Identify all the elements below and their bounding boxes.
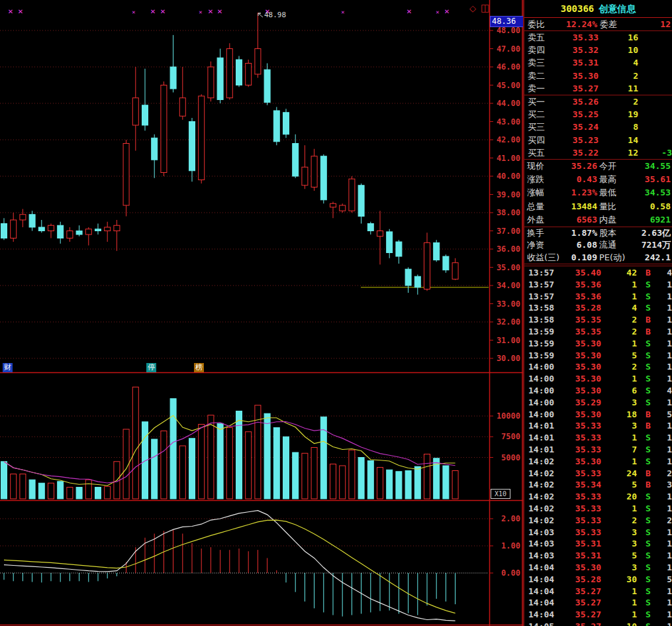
bid-row[interactable]: 买三35.248: [524, 121, 672, 133]
tick-time: 14:00: [528, 385, 554, 397]
tick-volume: 1: [604, 609, 637, 621]
tick-volume: 1: [604, 586, 637, 598]
ask-row[interactable]: 卖一35.2711: [524, 82, 672, 95]
tick-price: 35.36: [557, 291, 601, 303]
tick-time: 14:04: [528, 574, 554, 586]
tick-side: S: [643, 444, 653, 456]
tick-count: 1: [655, 503, 672, 515]
ask-row[interactable]: 卖四35.3210: [524, 44, 672, 56]
tick-row: 13:5735.361S1: [524, 291, 672, 303]
tick-side: S: [643, 609, 653, 621]
bid-levels: 买一35.262买二35.2519买三35.248买四35.2314买五35.2…: [524, 95, 672, 159]
price-axis-label: 48.00: [497, 26, 520, 35]
diamond-icon[interactable]: ◇: [469, 4, 476, 13]
tick-row: 14:0435.271S1: [524, 586, 672, 598]
candle: [161, 85, 167, 173]
tick-row: 13:5935.352B1: [524, 326, 672, 338]
bid-volume: 2: [599, 95, 638, 108]
bid-volume: 8: [599, 121, 638, 133]
ask-row[interactable]: 卖二35.302: [524, 70, 672, 82]
tick-count: 1: [655, 338, 672, 350]
metric-row: 涨跌0.43最高35.61: [524, 173, 672, 186]
tick-count: 1: [655, 527, 672, 539]
tick-side: S: [643, 562, 653, 574]
time-sales-list: 13:5735.4042B413:5735.361S113:5735.361S1…: [524, 267, 672, 626]
tick-time: 14:00: [528, 409, 554, 421]
stock-code: 300366: [561, 3, 595, 14]
volume-bar: [208, 415, 214, 499]
tick-time: 14:01: [528, 420, 554, 432]
tick-row: 14:0235.301S1: [524, 456, 672, 468]
metric-label: 最低: [599, 186, 616, 199]
bid-row[interactable]: 买二35.2519: [524, 108, 672, 121]
ask-price: 35.30: [551, 70, 599, 82]
tick-price: 35.35: [557, 326, 601, 338]
tick-row: 13:5835.352B1: [524, 314, 672, 326]
tick-time: 13:58: [528, 302, 554, 314]
metric-label: 净资: [527, 239, 544, 251]
metric-value: 6.08: [551, 239, 597, 251]
price-axis-label: 46.00: [497, 62, 520, 72]
tick-count: 1: [655, 350, 672, 362]
tick-side: S: [643, 621, 653, 626]
split-window-icon[interactable]: ◫: [481, 3, 490, 13]
tick-row: 14:0335.333S1: [524, 527, 672, 539]
tick-row: 14:0335.315S1: [524, 550, 672, 562]
volume-multiplier-label: X10: [491, 489, 510, 499]
ask-row[interactable]: 卖五35.3316: [524, 31, 672, 44]
tick-row: 14:0035.306S4: [524, 385, 672, 397]
metric-value: 242.1: [621, 252, 671, 264]
bid-row[interactable]: 买一35.262: [524, 95, 672, 108]
bid-row[interactable]: 买五35.2212-3: [524, 146, 672, 159]
tick-count: 1: [655, 550, 672, 562]
candle: [114, 225, 120, 231]
candle: [405, 269, 411, 286]
peak-price-annotation: 48.98: [264, 11, 286, 19]
metric-value: 6563: [551, 213, 597, 227]
signal-marker-icon: ✕: [160, 8, 166, 15]
tick-side: S: [643, 527, 653, 539]
volume-bar: [405, 471, 411, 499]
tick-row: 14:0135.337S1: [524, 444, 672, 456]
stock-title[interactable]: 300366创意信息: [524, 0, 672, 17]
tick-count: 1: [655, 361, 672, 373]
tick-price: 35.33: [557, 444, 601, 456]
divider: [524, 266, 672, 266]
weibi-label: 委比: [528, 19, 545, 30]
tick-row: 14:0335.313S1: [524, 538, 672, 550]
metric-value: 0.109: [551, 252, 597, 264]
tag-halt[interactable]: 停: [146, 363, 156, 372]
tick-price: 35.40: [557, 267, 601, 279]
candle: [67, 231, 73, 238]
tick-side: S: [643, 385, 653, 397]
kline-chart[interactable]: 48.0047.0046.0045.0044.0043.0042.0041.00…: [0, 0, 523, 626]
price-axis-label: 34.00: [497, 281, 520, 290]
tick-row: 14:0435.2830S5: [524, 574, 672, 586]
bid-row[interactable]: 买四35.2314: [524, 134, 672, 146]
tick-volume: 5: [604, 350, 637, 362]
ask-row[interactable]: 卖三35.314: [524, 56, 672, 69]
tick-side: B: [643, 409, 653, 421]
tick-volume: 1: [604, 373, 637, 385]
tick-time: 14:02: [528, 456, 554, 468]
tick-side: B: [643, 267, 653, 279]
divider: [524, 264, 672, 264]
candle: [11, 220, 17, 238]
metric-label: 涨幅: [527, 186, 544, 199]
tick-side: S: [643, 361, 653, 373]
weicha-label: 委差: [600, 19, 617, 30]
metric-row: 净资6.08流通7214万: [524, 239, 672, 251]
weibi-row: 委比 12.24% 委差 12: [524, 19, 672, 30]
metric-value: 0.58: [621, 200, 671, 213]
tick-count: 1: [655, 491, 672, 503]
tag-rank[interactable]: 榜: [194, 363, 204, 372]
bid-price: 35.23: [551, 134, 599, 146]
price-axis-label: 30.00: [497, 354, 520, 363]
metric-row: 涨幅1.23%最低34.53: [524, 186, 672, 199]
tick-row: 14:0535.2710S1: [524, 621, 672, 626]
volume-bar: [217, 423, 223, 499]
price-axis-label: 35.00: [497, 263, 520, 272]
tag-finance[interactable]: 财: [3, 363, 13, 372]
candle: [29, 215, 35, 227]
price-axis-label: 44.00: [497, 99, 520, 108]
